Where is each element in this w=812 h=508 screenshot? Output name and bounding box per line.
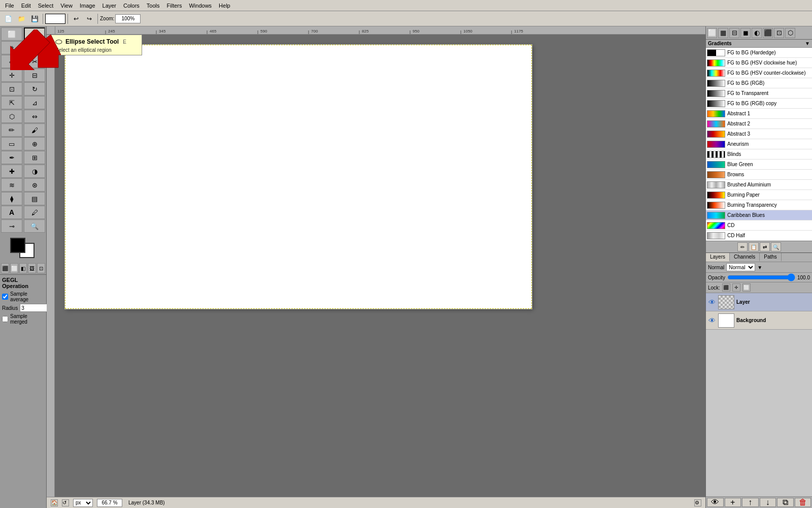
layer-row[interactable]: 👁Background bbox=[706, 311, 812, 330]
open-button[interactable]: 📁 bbox=[15, 13, 27, 25]
tool-perspective[interactable]: ⬡ bbox=[1, 110, 22, 123]
new-layer-from-visible-btn[interactable]: 👁 bbox=[707, 498, 724, 507]
gradient-item[interactable]: CD bbox=[706, 220, 812, 231]
tool-ellipse-select[interactable]: ⬭ bbox=[24, 27, 45, 41]
tool-heal[interactable]: ✚ bbox=[1, 165, 22, 178]
menu-filters[interactable]: Filters bbox=[164, 2, 185, 10]
tool-zoom[interactable]: 🔍 bbox=[24, 219, 45, 233]
raise-layer-btn[interactable]: ↑ bbox=[742, 498, 759, 507]
tool-smudge[interactable]: ≋ bbox=[1, 178, 22, 192]
right-icon-6[interactable]: ⬛ bbox=[763, 28, 773, 38]
gradient-item[interactable]: FG to BG (HSV counter-clockwise) bbox=[706, 68, 812, 78]
tool-blend[interactable]: ▤ bbox=[24, 192, 45, 205]
tool-icon-3[interactable]: ◧ bbox=[19, 263, 27, 273]
gradient-item[interactable]: FG to Transparent bbox=[706, 88, 812, 99]
gradient-item[interactable]: FG to BG (RGB) bbox=[706, 78, 812, 88]
new-layer-btn[interactable]: + bbox=[725, 498, 741, 507]
tool-flip[interactable]: ⇔ bbox=[24, 110, 45, 123]
gradient-item[interactable]: FG to BG (Hardedge) bbox=[706, 48, 812, 58]
menu-layer[interactable]: Layer bbox=[99, 2, 120, 10]
right-icon-3[interactable]: ⊟ bbox=[729, 28, 739, 38]
gradient-ctrl-1[interactable]: ✏ bbox=[737, 242, 748, 251]
tool-rect-select[interactable]: ⬜ bbox=[1, 27, 22, 41]
menu-tools[interactable]: Tools bbox=[144, 2, 163, 10]
mode-select[interactable]: Normal Multiply Screen Overlay bbox=[726, 263, 755, 271]
sample-merged-checkbox[interactable] bbox=[2, 316, 8, 322]
mode-arrow[interactable]: ▼ bbox=[757, 265, 762, 270]
gradient-ctrl-3[interactable]: ⇄ bbox=[760, 242, 770, 251]
tool-scale[interactable]: ⇱ bbox=[1, 96, 22, 109]
new-button[interactable]: 📄 bbox=[2, 13, 14, 25]
tab-channels[interactable]: Channels bbox=[730, 253, 760, 262]
tool-icon-1[interactable]: ⬛ bbox=[1, 263, 9, 273]
menu-view[interactable]: View bbox=[57, 2, 76, 10]
sample-average-checkbox[interactable] bbox=[2, 294, 8, 300]
delete-layer-btn[interactable]: 🗑 bbox=[795, 498, 811, 507]
statusbar-icon2[interactable]: ↺ bbox=[62, 499, 69, 506]
gradient-item[interactable]: FG to BG (HSV clockwise hue) bbox=[706, 58, 812, 68]
tool-measure[interactable]: ⊸ bbox=[1, 219, 22, 233]
menu-select[interactable]: Select bbox=[35, 2, 57, 10]
tool-airbrush[interactable]: ⊕ bbox=[24, 137, 45, 150]
tool-convolve[interactable]: ⊛ bbox=[24, 178, 45, 192]
tool-icon-5[interactable]: ⊡ bbox=[37, 263, 45, 273]
right-icon-7[interactable]: ⊡ bbox=[774, 28, 784, 38]
gradient-ctrl-4[interactable]: 🔍 bbox=[771, 242, 781, 251]
lower-layer-btn[interactable]: ↓ bbox=[760, 498, 776, 507]
menu-file[interactable]: File bbox=[2, 2, 17, 10]
undo-button[interactable]: ↩ bbox=[70, 13, 82, 25]
gradient-item[interactable]: Browns bbox=[706, 170, 812, 180]
tab-paths[interactable]: Paths bbox=[760, 253, 782, 262]
tool-icon-4[interactable]: 🖼 bbox=[28, 263, 36, 273]
save-button[interactable]: 💾 bbox=[28, 13, 41, 25]
menu-help[interactable]: Help bbox=[216, 2, 233, 10]
tool-crop[interactable]: ⊡ bbox=[1, 82, 22, 96]
gradient-item[interactable]: CD Half bbox=[706, 231, 812, 241]
tool-ink[interactable]: ✒ bbox=[1, 151, 22, 164]
gradient-ctrl-2[interactable]: 📋 bbox=[749, 242, 759, 251]
tab-layers[interactable]: Layers bbox=[706, 253, 730, 262]
tool-bucket-fill[interactable]: ⧫ bbox=[1, 192, 22, 205]
tool-dodge-burn[interactable]: ◑ bbox=[24, 165, 45, 178]
layer-row[interactable]: 👁Layer bbox=[706, 293, 812, 311]
gradient-item[interactable]: FG to BG (RGB) copy bbox=[706, 99, 812, 109]
unit-select[interactable]: px % mm bbox=[73, 499, 93, 507]
tool-paintbrush[interactable]: 🖌 bbox=[24, 123, 45, 137]
gradient-item[interactable]: Blinds bbox=[706, 149, 812, 160]
tool-move[interactable]: ✛ bbox=[1, 69, 22, 82]
statusbar-right-icon[interactable]: ⚙ bbox=[694, 499, 701, 506]
gradient-item[interactable]: Burning Paper bbox=[706, 190, 812, 200]
tool-free-select[interactable]: ⌖ bbox=[1, 41, 22, 54]
layer-visibility-btn[interactable]: 👁 bbox=[708, 316, 716, 325]
menu-image[interactable]: Image bbox=[77, 2, 98, 10]
statusbar-icon[interactable]: 🏠 bbox=[51, 499, 58, 506]
tool-pencil[interactable]: ✏ bbox=[1, 123, 22, 137]
redo-button[interactable]: ↪ bbox=[83, 13, 95, 25]
gradient-item[interactable]: Blue Green bbox=[706, 160, 812, 170]
layer-visibility-btn[interactable]: 👁 bbox=[708, 298, 716, 306]
gradient-item[interactable]: Abstract 3 bbox=[706, 129, 812, 139]
menu-edit[interactable]: Edit bbox=[18, 2, 34, 10]
duplicate-layer-btn[interactable]: ⧉ bbox=[777, 498, 794, 507]
canvas-scroll[interactable] bbox=[55, 35, 705, 497]
menu-colors[interactable]: Colors bbox=[120, 2, 143, 10]
gradient-item[interactable]: Caribbean Blues bbox=[706, 210, 812, 220]
tool-eraser[interactable]: ▭ bbox=[1, 137, 22, 150]
gradient-item[interactable]: Aneurism bbox=[706, 139, 812, 149]
opacity-slider[interactable] bbox=[727, 274, 795, 281]
right-icon-8[interactable]: ⬡ bbox=[785, 28, 795, 38]
tool-rotate[interactable]: ↻ bbox=[24, 82, 45, 96]
tool-color-select[interactable]: ◈ bbox=[1, 55, 22, 68]
gradient-item[interactable]: Abstract 1 bbox=[706, 109, 812, 119]
menu-windows[interactable]: Windows bbox=[186, 2, 215, 10]
tool-icon-2[interactable]: ⬜ bbox=[10, 263, 18, 273]
tool-scissors[interactable]: ✂ bbox=[24, 55, 45, 68]
tool-clone[interactable]: ⊞ bbox=[24, 151, 45, 164]
toolbar-zoom-display[interactable]: 100% bbox=[115, 14, 141, 23]
tool-shear[interactable]: ⊿ bbox=[24, 96, 45, 109]
gradient-item[interactable]: Burning Transparency bbox=[706, 200, 812, 210]
gradient-item[interactable]: Abstract 2 bbox=[706, 119, 812, 129]
lock-position-btn[interactable]: ✛ bbox=[732, 283, 740, 292]
tool-fuzzy-select[interactable]: ✦ bbox=[24, 41, 45, 54]
lock-pixels-btn[interactable]: ⬛ bbox=[722, 283, 730, 292]
